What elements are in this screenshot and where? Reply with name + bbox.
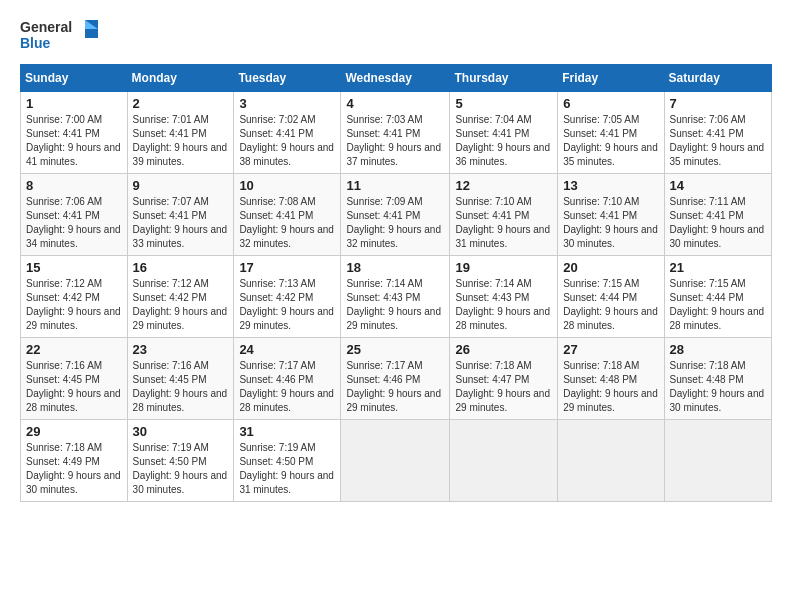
day-info: Sunrise: 7:16 AMSunset: 4:45 PMDaylight:… xyxy=(26,360,121,413)
day-info: Sunrise: 7:06 AMSunset: 4:41 PMDaylight:… xyxy=(670,114,765,167)
day-number: 22 xyxy=(26,342,122,357)
day-number: 29 xyxy=(26,424,122,439)
column-header-thursday: Thursday xyxy=(450,65,558,92)
calendar-week-row: 22Sunrise: 7:16 AMSunset: 4:45 PMDayligh… xyxy=(21,338,772,420)
calendar-cell: 23Sunrise: 7:16 AMSunset: 4:45 PMDayligh… xyxy=(127,338,234,420)
column-header-saturday: Saturday xyxy=(664,65,771,92)
day-number: 3 xyxy=(239,96,335,111)
calendar-cell: 21Sunrise: 7:15 AMSunset: 4:44 PMDayligh… xyxy=(664,256,771,338)
day-number: 8 xyxy=(26,178,122,193)
day-info: Sunrise: 7:04 AMSunset: 4:41 PMDaylight:… xyxy=(455,114,550,167)
day-number: 17 xyxy=(239,260,335,275)
calendar-cell: 24Sunrise: 7:17 AMSunset: 4:46 PMDayligh… xyxy=(234,338,341,420)
day-number: 19 xyxy=(455,260,552,275)
day-info: Sunrise: 7:17 AMSunset: 4:46 PMDaylight:… xyxy=(346,360,441,413)
day-number: 6 xyxy=(563,96,658,111)
day-info: Sunrise: 7:16 AMSunset: 4:45 PMDaylight:… xyxy=(133,360,228,413)
calendar-cell: 22Sunrise: 7:16 AMSunset: 4:45 PMDayligh… xyxy=(21,338,128,420)
day-info: Sunrise: 7:01 AMSunset: 4:41 PMDaylight:… xyxy=(133,114,228,167)
calendar-cell: 12Sunrise: 7:10 AMSunset: 4:41 PMDayligh… xyxy=(450,174,558,256)
day-number: 20 xyxy=(563,260,658,275)
day-number: 24 xyxy=(239,342,335,357)
calendar-cell: 28Sunrise: 7:18 AMSunset: 4:48 PMDayligh… xyxy=(664,338,771,420)
calendar-cell: 14Sunrise: 7:11 AMSunset: 4:41 PMDayligh… xyxy=(664,174,771,256)
day-number: 10 xyxy=(239,178,335,193)
day-info: Sunrise: 7:02 AMSunset: 4:41 PMDaylight:… xyxy=(239,114,334,167)
day-info: Sunrise: 7:17 AMSunset: 4:46 PMDaylight:… xyxy=(239,360,334,413)
calendar-cell xyxy=(558,420,664,502)
calendar-cell: 10Sunrise: 7:08 AMSunset: 4:41 PMDayligh… xyxy=(234,174,341,256)
day-info: Sunrise: 7:19 AMSunset: 4:50 PMDaylight:… xyxy=(133,442,228,495)
calendar-cell xyxy=(664,420,771,502)
logo: GeneralBlue xyxy=(20,16,100,56)
day-info: Sunrise: 7:08 AMSunset: 4:41 PMDaylight:… xyxy=(239,196,334,249)
day-info: Sunrise: 7:14 AMSunset: 4:43 PMDaylight:… xyxy=(346,278,441,331)
calendar-table: SundayMondayTuesdayWednesdayThursdayFrid… xyxy=(20,64,772,502)
day-number: 5 xyxy=(455,96,552,111)
calendar-cell: 18Sunrise: 7:14 AMSunset: 4:43 PMDayligh… xyxy=(341,256,450,338)
calendar-cell: 7Sunrise: 7:06 AMSunset: 4:41 PMDaylight… xyxy=(664,92,771,174)
calendar-week-row: 29Sunrise: 7:18 AMSunset: 4:49 PMDayligh… xyxy=(21,420,772,502)
day-number: 14 xyxy=(670,178,766,193)
column-header-wednesday: Wednesday xyxy=(341,65,450,92)
day-number: 12 xyxy=(455,178,552,193)
day-number: 28 xyxy=(670,342,766,357)
day-number: 18 xyxy=(346,260,444,275)
calendar-cell: 15Sunrise: 7:12 AMSunset: 4:42 PMDayligh… xyxy=(21,256,128,338)
calendar-cell xyxy=(450,420,558,502)
calendar-cell: 2Sunrise: 7:01 AMSunset: 4:41 PMDaylight… xyxy=(127,92,234,174)
column-header-monday: Monday xyxy=(127,65,234,92)
day-number: 16 xyxy=(133,260,229,275)
calendar-cell: 16Sunrise: 7:12 AMSunset: 4:42 PMDayligh… xyxy=(127,256,234,338)
calendar-cell: 6Sunrise: 7:05 AMSunset: 4:41 PMDaylight… xyxy=(558,92,664,174)
calendar-cell: 26Sunrise: 7:18 AMSunset: 4:47 PMDayligh… xyxy=(450,338,558,420)
calendar-cell: 8Sunrise: 7:06 AMSunset: 4:41 PMDaylight… xyxy=(21,174,128,256)
column-header-sunday: Sunday xyxy=(21,65,128,92)
calendar-cell: 11Sunrise: 7:09 AMSunset: 4:41 PMDayligh… xyxy=(341,174,450,256)
day-info: Sunrise: 7:11 AMSunset: 4:41 PMDaylight:… xyxy=(670,196,765,249)
day-info: Sunrise: 7:10 AMSunset: 4:41 PMDaylight:… xyxy=(455,196,550,249)
calendar-cell: 3Sunrise: 7:02 AMSunset: 4:41 PMDaylight… xyxy=(234,92,341,174)
day-number: 23 xyxy=(133,342,229,357)
day-number: 15 xyxy=(26,260,122,275)
column-header-tuesday: Tuesday xyxy=(234,65,341,92)
day-number: 26 xyxy=(455,342,552,357)
column-header-friday: Friday xyxy=(558,65,664,92)
day-info: Sunrise: 7:07 AMSunset: 4:41 PMDaylight:… xyxy=(133,196,228,249)
logo-svg: GeneralBlue xyxy=(20,16,100,56)
calendar-cell: 25Sunrise: 7:17 AMSunset: 4:46 PMDayligh… xyxy=(341,338,450,420)
day-info: Sunrise: 7:13 AMSunset: 4:42 PMDaylight:… xyxy=(239,278,334,331)
calendar-cell: 19Sunrise: 7:14 AMSunset: 4:43 PMDayligh… xyxy=(450,256,558,338)
day-number: 2 xyxy=(133,96,229,111)
day-info: Sunrise: 7:18 AMSunset: 4:47 PMDaylight:… xyxy=(455,360,550,413)
day-number: 4 xyxy=(346,96,444,111)
day-info: Sunrise: 7:14 AMSunset: 4:43 PMDaylight:… xyxy=(455,278,550,331)
day-number: 27 xyxy=(563,342,658,357)
calendar-cell: 29Sunrise: 7:18 AMSunset: 4:49 PMDayligh… xyxy=(21,420,128,502)
calendar-cell: 1Sunrise: 7:00 AMSunset: 4:41 PMDaylight… xyxy=(21,92,128,174)
calendar-cell: 27Sunrise: 7:18 AMSunset: 4:48 PMDayligh… xyxy=(558,338,664,420)
day-info: Sunrise: 7:09 AMSunset: 4:41 PMDaylight:… xyxy=(346,196,441,249)
day-number: 30 xyxy=(133,424,229,439)
calendar-cell: 13Sunrise: 7:10 AMSunset: 4:41 PMDayligh… xyxy=(558,174,664,256)
day-info: Sunrise: 7:12 AMSunset: 4:42 PMDaylight:… xyxy=(26,278,121,331)
day-info: Sunrise: 7:03 AMSunset: 4:41 PMDaylight:… xyxy=(346,114,441,167)
day-info: Sunrise: 7:15 AMSunset: 4:44 PMDaylight:… xyxy=(670,278,765,331)
svg-text:Blue: Blue xyxy=(20,35,51,51)
calendar-week-row: 15Sunrise: 7:12 AMSunset: 4:42 PMDayligh… xyxy=(21,256,772,338)
calendar-week-row: 8Sunrise: 7:06 AMSunset: 4:41 PMDaylight… xyxy=(21,174,772,256)
day-number: 25 xyxy=(346,342,444,357)
calendar-cell: 17Sunrise: 7:13 AMSunset: 4:42 PMDayligh… xyxy=(234,256,341,338)
calendar-cell: 4Sunrise: 7:03 AMSunset: 4:41 PMDaylight… xyxy=(341,92,450,174)
calendar-cell: 5Sunrise: 7:04 AMSunset: 4:41 PMDaylight… xyxy=(450,92,558,174)
day-number: 9 xyxy=(133,178,229,193)
day-info: Sunrise: 7:05 AMSunset: 4:41 PMDaylight:… xyxy=(563,114,658,167)
calendar-header-row: SundayMondayTuesdayWednesdayThursdayFrid… xyxy=(21,65,772,92)
header: GeneralBlue xyxy=(20,16,772,56)
calendar-cell: 20Sunrise: 7:15 AMSunset: 4:44 PMDayligh… xyxy=(558,256,664,338)
day-number: 11 xyxy=(346,178,444,193)
day-info: Sunrise: 7:10 AMSunset: 4:41 PMDaylight:… xyxy=(563,196,658,249)
day-number: 1 xyxy=(26,96,122,111)
day-info: Sunrise: 7:06 AMSunset: 4:41 PMDaylight:… xyxy=(26,196,121,249)
calendar-cell: 31Sunrise: 7:19 AMSunset: 4:50 PMDayligh… xyxy=(234,420,341,502)
